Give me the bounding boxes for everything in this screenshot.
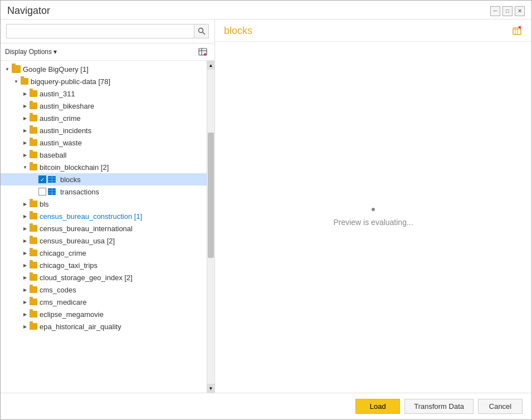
expand-icon: ▼ xyxy=(3,65,12,74)
folder-icon xyxy=(30,213,37,219)
tree-item-bitcoin-blockchain[interactable]: ▼ bitcoin_blockchain [2] xyxy=(1,161,214,173)
expand-icon: ▶ xyxy=(21,126,30,135)
delete-preview-button[interactable] xyxy=(511,26,523,37)
svg-rect-7 xyxy=(513,28,521,35)
item-label: austin_incidents xyxy=(40,126,91,135)
item-label: austin_bikeshare xyxy=(40,102,94,110)
item-label: austin_311 xyxy=(40,90,75,98)
tree-item-google-bigquery[interactable]: ▼ Google BigQuery [1] xyxy=(1,63,214,75)
table-icon-wrapper xyxy=(48,176,58,183)
tree-item-cms-codes[interactable]: ▶ cms_codes xyxy=(1,284,214,296)
expand-icon: ▶ xyxy=(21,297,30,306)
folder-icon xyxy=(30,262,37,268)
item-label: bitcoin_blockchain [2] xyxy=(40,163,109,172)
close-button[interactable]: ✕ xyxy=(515,6,525,16)
window-controls: ─ □ ✕ xyxy=(490,6,525,16)
load-button[interactable]: Load xyxy=(355,399,400,414)
item-label: Google BigQuery [1] xyxy=(23,65,89,74)
search-button[interactable] xyxy=(194,24,209,38)
tree-item-eclipse-megamovie[interactable]: ▶ eclipse_megamovie xyxy=(1,308,214,320)
tree-item-blocks[interactable]: ✓ blocks xyxy=(1,173,214,185)
scrollbar-track: ▲ ▼ xyxy=(207,61,214,393)
folder-icon xyxy=(30,164,37,170)
item-label: epa_historical_air_quality xyxy=(40,323,121,331)
tree-item-austin-waste[interactable]: ▶ austin_waste xyxy=(1,136,214,149)
folder-icon xyxy=(30,237,37,244)
folder-icon xyxy=(12,65,21,73)
tree-item-cloud-storage-geo-index[interactable]: ▶ cloud_storage_geo_index [2] xyxy=(1,271,214,284)
svg-point-0 xyxy=(198,28,203,33)
transform-data-button[interactable]: Transform Data xyxy=(404,399,474,414)
expand-icon: ▶ xyxy=(21,261,30,270)
preview-header: blocks xyxy=(215,19,531,42)
item-label: bigquery-public-data [78] xyxy=(31,77,110,86)
expand-icon: ▶ xyxy=(21,310,30,319)
item-label: census_bureau_construction [1] xyxy=(40,212,142,221)
evaluating-text: Preview is evaluating... xyxy=(333,218,413,227)
tree-item-census-bureau-international[interactable]: ▶ census_bureau_international xyxy=(1,222,214,235)
item-label: bls xyxy=(40,200,49,208)
add-table-icon xyxy=(198,47,208,57)
expand-icon: ▶ xyxy=(21,114,30,123)
item-label: baseball xyxy=(40,151,66,159)
checkbox-transactions[interactable] xyxy=(38,188,46,196)
item-label: cms_codes xyxy=(40,286,76,294)
tree-item-census-bureau-usa[interactable]: ▶ census_bureau_usa [2] xyxy=(1,235,214,247)
item-label: chicago_taxi_trips xyxy=(40,261,97,270)
table-icon xyxy=(48,188,56,195)
folder-icon xyxy=(30,139,37,146)
expand-icon: ▶ xyxy=(21,101,30,110)
tree-item-austin-bikeshare[interactable]: ▶ austin_bikeshare xyxy=(1,100,214,112)
item-label: eclipse_megamovie xyxy=(40,310,104,319)
item-label: transactions xyxy=(60,188,99,196)
tree-item-austin-311[interactable]: ▶ austin_311 xyxy=(1,87,214,100)
tree-item-transactions[interactable]: transactions xyxy=(1,185,214,198)
cancel-button[interactable]: Cancel xyxy=(478,399,523,414)
search-input[interactable] xyxy=(6,24,194,38)
tree-item-austin-incidents[interactable]: ▶ austin_incidents xyxy=(1,124,214,136)
scroll-down-button[interactable]: ▼ xyxy=(207,384,215,393)
expand-icon: ▼ xyxy=(12,77,21,86)
folder-icon xyxy=(30,102,37,109)
chevron-down-icon: ▾ xyxy=(53,48,57,56)
expand-icon: ▶ xyxy=(21,138,30,147)
expand-icon: ▶ xyxy=(21,199,30,208)
tree-item-bls[interactable]: ▶ bls xyxy=(1,198,214,210)
tree-item-austin-crime[interactable]: ▶ austin_crime xyxy=(1,112,214,124)
folder-icon xyxy=(30,152,37,158)
scrollbar-area xyxy=(207,70,214,384)
folder-icon xyxy=(30,286,37,293)
add-table-button[interactable] xyxy=(197,46,209,58)
left-panel: Display Options ▾ xyxy=(1,19,215,393)
expand-icon: ▶ xyxy=(21,89,30,98)
preview-title: blocks xyxy=(224,25,252,37)
minimize-button[interactable]: ─ xyxy=(490,6,500,16)
maximize-button[interactable]: □ xyxy=(502,6,513,16)
delete-icon xyxy=(511,26,523,37)
content-area: Display Options ▾ xyxy=(1,19,531,393)
tree-scroll[interactable]: ▼ Google BigQuery [1] ▼ bigquery-public-… xyxy=(1,61,214,393)
folder-icon xyxy=(30,250,37,256)
tree-item-chicago-crime[interactable]: ▶ chicago_crime xyxy=(1,247,214,259)
folder-icon xyxy=(30,311,37,318)
search-icon xyxy=(198,27,206,35)
scroll-up-button[interactable]: ▲ xyxy=(207,61,215,70)
table-icon xyxy=(48,176,56,183)
scrollbar-thumb[interactable] xyxy=(208,133,214,258)
preview-actions xyxy=(511,26,523,37)
display-options-button[interactable]: Display Options ▾ xyxy=(5,48,57,56)
tree-item-chicago-taxi-trips[interactable]: ▶ chicago_taxi_trips xyxy=(1,259,214,271)
tree-item-epa-historical-air-quality[interactable]: ▶ epa_historical_air_quality xyxy=(1,320,214,333)
tree-item-bigquery-public-data[interactable]: ▼ bigquery-public-data [78] xyxy=(1,75,214,87)
checkbox-blocks[interactable]: ✓ xyxy=(38,175,46,183)
expand-icon: ▶ xyxy=(21,322,30,331)
spacer xyxy=(30,187,38,196)
tree-item-baseball[interactable]: ▶ baseball xyxy=(1,149,214,161)
footer: Load Transform Data Cancel xyxy=(1,393,531,419)
tree-item-cms-medicare[interactable]: ▶ cms_medicare xyxy=(1,296,214,308)
expand-icon: ▶ xyxy=(21,236,30,245)
loading-indicator xyxy=(372,208,375,211)
tree-item-census-bureau-construction[interactable]: ▶ census_bureau_construction [1] xyxy=(1,210,214,222)
expand-icon: ▶ xyxy=(21,285,30,294)
expand-icon: ▶ xyxy=(21,273,30,282)
